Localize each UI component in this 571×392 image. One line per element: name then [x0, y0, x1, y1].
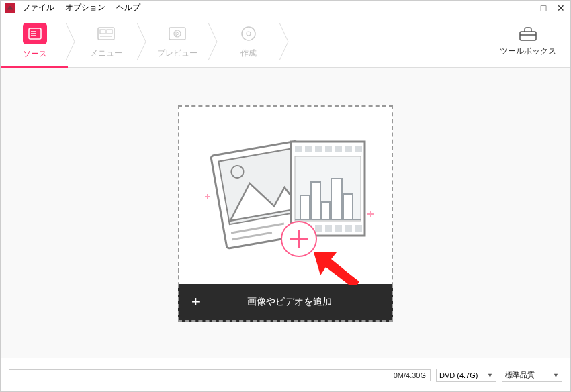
step-chevron-icon — [206, 15, 220, 68]
disc-capacity-text: 0M/4.30G — [394, 371, 426, 379]
step-create-label: 作成 — [240, 48, 257, 59]
add-media-button[interactable]: + 画像やビデオを追加 — [178, 284, 393, 322]
bottom-bar: 0M/4.30G DVD (4.7G) ▼ 標準品質 ▼ — [1, 358, 570, 391]
svg-rect-12 — [520, 32, 536, 40]
svg-rect-25 — [305, 146, 312, 152]
svg-rect-6 — [107, 30, 112, 34]
app-logo — [5, 3, 15, 13]
svg-rect-29 — [345, 146, 352, 152]
toolbox-icon — [519, 26, 537, 42]
toolbox-label: ツールボックス — [500, 46, 556, 57]
svg-point-11 — [247, 32, 251, 36]
plus-icon: + — [191, 293, 200, 311]
source-icon — [28, 28, 42, 40]
step-source-label: ソース — [23, 48, 47, 60]
step-source[interactable]: ソース — [6, 23, 64, 60]
step-bar: ソース メニュー プレビュー 作成 ツールボックス — [1, 15, 570, 68]
svg-rect-37 — [355, 225, 362, 232]
svg-rect-41 — [322, 202, 330, 219]
svg-rect-24 — [295, 146, 302, 152]
minimize-button[interactable]: — — [521, 3, 531, 13]
create-disc-icon — [240, 26, 257, 42]
menu-file[interactable]: ファイル — [22, 3, 54, 13]
svg-rect-26 — [315, 146, 322, 152]
chevron-down-icon: ▼ — [553, 372, 559, 379]
svg-rect-36 — [345, 225, 352, 232]
svg-rect-34 — [325, 225, 332, 232]
svg-rect-30 — [355, 146, 362, 152]
svg-rect-5 — [100, 30, 105, 34]
svg-rect-28 — [335, 146, 342, 152]
menu-template-icon — [97, 27, 115, 40]
step-preview-label: プレビュー — [157, 48, 197, 59]
step-preview[interactable]: プレビュー — [148, 23, 206, 59]
svg-rect-27 — [325, 146, 332, 152]
menu-help[interactable]: ヘルプ — [116, 3, 140, 13]
step-menu[interactable]: メニュー — [77, 23, 135, 59]
content-area: + 画像やビデオを追加 — [1, 68, 570, 358]
step-chevron-icon — [64, 15, 77, 68]
titlebar: ファイル オプション ヘルプ — □ ✕ — [1, 1, 570, 15]
step-menu-label: メニュー — [90, 48, 122, 59]
quality-value: 標準品質 — [505, 370, 535, 380]
preview-icon — [169, 27, 186, 40]
window-controls: — □ ✕ — [521, 3, 566, 13]
toolbox-button[interactable]: ツールボックス — [499, 26, 557, 57]
svg-rect-8 — [169, 28, 185, 40]
step-create[interactable]: 作成 — [220, 23, 277, 59]
step-chevron-icon — [135, 15, 148, 68]
disc-type-value: DVD (4.7G) — [439, 371, 478, 379]
chevron-down-icon: ▼ — [487, 372, 493, 379]
menu-options[interactable]: オプション — [65, 3, 105, 13]
disc-type-select[interactable]: DVD (4.7G) ▼ — [436, 369, 496, 382]
add-media-label: 画像やビデオを追加 — [224, 296, 380, 308]
svg-rect-33 — [315, 225, 322, 232]
maximize-button[interactable]: □ — [538, 3, 549, 13]
svg-rect-42 — [331, 179, 342, 219]
pointer-arrow-icon — [314, 251, 361, 285]
quality-select[interactable]: 標準品質 ▼ — [502, 369, 562, 382]
close-button[interactable]: ✕ — [556, 3, 566, 13]
main-menu: ファイル オプション ヘルプ — [22, 3, 140, 13]
dropzone-illustration — [179, 107, 392, 284]
svg-rect-40 — [311, 182, 320, 219]
svg-rect-43 — [343, 194, 353, 219]
dropzone[interactable]: + 画像やビデオを追加 — [178, 105, 393, 320]
step-chevron-icon — [277, 15, 291, 68]
svg-rect-35 — [335, 225, 342, 232]
disc-capacity-bar: 0M/4.30G — [9, 369, 431, 381]
svg-rect-39 — [300, 195, 310, 219]
